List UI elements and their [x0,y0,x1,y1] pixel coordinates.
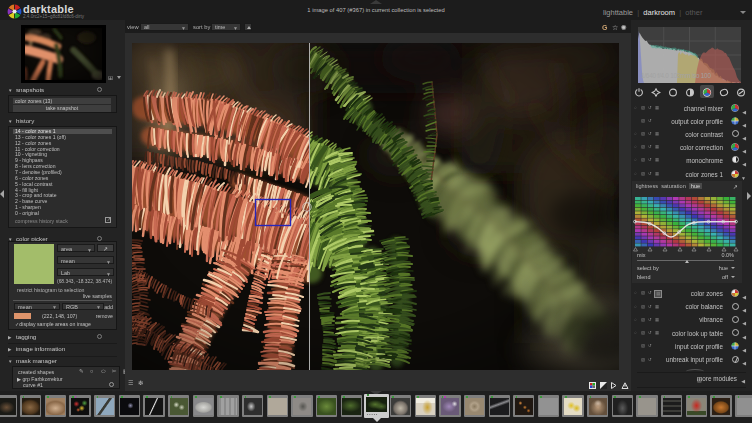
svg-text:1/640 f/4.0 102mm iso 100: 1/640 f/4.0 102mm iso 100 [641,72,711,79]
